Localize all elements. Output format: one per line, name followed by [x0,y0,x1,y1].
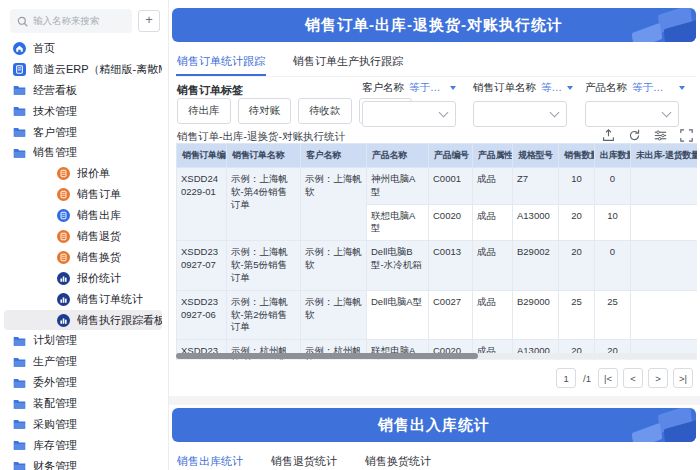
cell-order_no: XSDD230927-06 [177,290,227,339]
sidebar-item[interactable]: 财务管理 [4,456,162,470]
tag-button[interactable]: 待对账 [238,98,292,124]
tab[interactable]: 销售出库统计 [176,452,244,470]
sidebar-item-label: 报价单 [77,166,110,181]
sidebar-item-label: 财务管理 [33,459,77,470]
section-divider [169,396,700,405]
filter-customer-select[interactable] [362,101,456,127]
chevron-down-icon [550,108,560,118]
first-page-button[interactable]: |< [598,368,618,388]
sidebar-item[interactable]: 简道云ERP（精细版-离散MTO）「... [4,59,162,80]
refresh-icon[interactable] [628,129,641,142]
horizontal-scrollbar[interactable] [176,353,697,359]
sidebar-item-label: 销售管理 [33,145,77,160]
page-number[interactable]: 1 [556,368,576,388]
cell-out_qty: 25 [595,290,631,339]
sidebar-item[interactable]: 销售执行跟踪看板 [4,310,162,331]
tab[interactable]: 销售订单生产执行跟踪 [292,52,404,76]
sidebar-item[interactable]: 计划管理 [4,330,162,351]
sidebar-item[interactable]: 客户管理 [4,122,162,143]
sidebar-item[interactable]: 销售出库 [4,205,162,226]
column-header: 销售数量 [559,144,595,168]
table-row[interactable]: XSDD230927-06示例：上海帆软-第2份销售订单示例：上海帆软Dell电… [177,290,698,339]
filter-order-name-select[interactable] [473,101,567,127]
tab[interactable]: 销售换货统计 [364,452,432,470]
cell-code: C0027 [429,290,473,339]
table-row[interactable]: XSDD240229-01示例：上海帆软-第4份销售订单示例：上海帆软神州电脑A… [177,168,698,205]
column-settings-icon[interactable] [654,129,667,142]
sidebar-item[interactable]: 经营看板 [4,80,162,101]
fullscreen-icon[interactable] [680,129,693,142]
cell-sales_qty: 25 [559,290,595,339]
sidebar-item-label: 销售出库 [77,208,121,223]
sidebar-item-label: 销售订单 [77,187,121,202]
folder-icon [13,418,26,431]
sidebar-item[interactable]: 生产管理 [4,351,162,372]
column-header: 未出库-退货数量 [631,144,698,168]
doc-orange-icon [57,167,70,180]
sidebar-item-label: 销售执行跟踪看板 [77,313,162,328]
cell-sales_qty: 20 [559,204,595,241]
add-button[interactable]: + [138,10,160,32]
sidebar-item-label: 生产管理 [33,354,77,369]
export-icon[interactable] [602,129,615,142]
filter-order-name: 销售订单名称 等于任... [473,81,573,127]
sidebar-item[interactable]: 委外管理 [4,372,162,393]
sidebar-item[interactable]: 报价统计 [4,268,162,289]
sidebar-item[interactable]: 销售退货 [4,226,162,247]
chevron-down-icon [439,108,449,118]
cell-attr: 成品 [473,168,513,205]
folder-icon [13,126,26,139]
table-row[interactable]: XSDD230927-07示例：上海帆软-第5份销售订单示例：上海帆软Dell电… [177,241,698,290]
sidebar-item[interactable]: 销售订单 [4,184,162,205]
sidebar-item[interactable]: 报价单 [4,163,162,184]
next-page-button[interactable]: > [648,368,668,388]
scrollbar-thumb[interactable] [176,353,478,359]
sidebar-item-label: 装配管理 [33,396,77,411]
tag-button[interactable]: 待出库 [177,98,231,124]
search-placeholder: 输入名称来搜索 [33,15,100,28]
sidebar-item[interactable]: 技术管理 [4,101,162,122]
filter-customer: 客户名称 等于任意一个 [362,81,456,127]
sidebar-item[interactable]: 销售换货 [4,247,162,268]
cell-order_no: XSDD240229-01 [177,168,227,241]
filter-customer-operator[interactable]: 等于任意一个 [409,81,444,95]
filter-product-label: 产品名称 [585,81,627,95]
sidebar: 输入名称来搜索 + 首页简道云ERP（精细版-离散MTO）「...经营看板技术管… [0,0,169,470]
column-header: 产品名称 [367,144,429,168]
sidebar-item[interactable]: 装配管理 [4,393,162,414]
folder-icon [13,397,26,410]
sidebar-item-label: 销售订单统计 [77,292,143,307]
cell-order_no: XSDD230927-07 [177,241,227,290]
sidebar-item[interactable]: 采购管理 [4,414,162,435]
filter-product-operator[interactable]: 等于任意一个 [632,81,673,95]
tab[interactable]: 销售退货统计 [270,452,338,470]
tab[interactable]: 销售订单统计跟踪 [176,52,266,76]
prev-page-button[interactable]: < [623,368,643,388]
filter-product-select[interactable] [585,101,679,127]
chevron-down-icon [662,108,672,118]
section1-banner: 销售订单-出库-退换货-对账执行统计 [172,8,696,42]
cell-sales_qty: 20 [559,241,595,290]
cell-pending_qty [631,290,698,339]
folder-icon [13,105,26,118]
sidebar-item[interactable]: 首页 [4,38,162,59]
filter-order-name-operator[interactable]: 等于任... [541,81,561,95]
chart-icon [57,272,70,285]
sidebar-item[interactable]: 销售管理 [4,142,162,163]
tag-button[interactable]: 待收款 [298,98,352,124]
sidebar-item-label: 简道云ERP（精细版-离散MTO）「... [33,62,162,77]
sidebar-item[interactable]: 销售订单统计 [4,289,162,310]
cell-code: C0020 [429,204,473,241]
cell-attr: 成品 [473,241,513,290]
table-body: XSDD240229-01示例：上海帆软-第4份销售订单示例：上海帆软神州电脑A… [177,168,698,361]
cell-customer: 示例：上海帆软 [301,168,367,241]
doc-orange-icon [57,188,70,201]
cell-code: C0013 [429,241,473,290]
sidebar-item[interactable]: 库存管理 [4,435,162,456]
search-input[interactable]: 输入名称来搜索 [10,9,132,33]
last-page-button[interactable]: >| [673,368,693,388]
top-tabs: 销售订单统计跟踪销售订单生产执行跟踪 [176,52,696,77]
sidebar-search-row: 输入名称来搜索 + [10,9,160,33]
doc-blue-icon [57,209,70,222]
decoration-cubes-icon [624,8,696,42]
